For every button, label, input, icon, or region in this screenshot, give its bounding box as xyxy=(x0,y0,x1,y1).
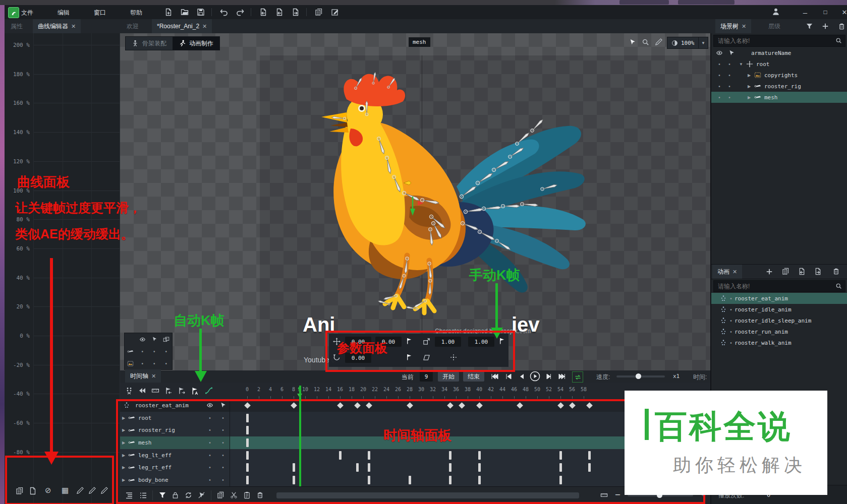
start-frame-button[interactable]: 开始 xyxy=(438,371,459,382)
scene-search-box[interactable] xyxy=(713,35,845,47)
animation-item-rooster_walk_anim[interactable]: •rooster_walk_anim xyxy=(711,337,847,348)
close-icon[interactable]: ✕ xyxy=(742,23,746,30)
import-resource-button[interactable] xyxy=(257,7,270,18)
visibility-column-icon[interactable] xyxy=(139,336,146,343)
select-column-icon[interactable] xyxy=(151,336,157,342)
transform-gizmo[interactable] xyxy=(408,195,433,220)
close-icon[interactable]: ✕ xyxy=(732,269,737,275)
select-dot[interactable]: • xyxy=(724,61,735,67)
prev-key-icon[interactable] xyxy=(504,372,513,381)
scene-filter-icon[interactable] xyxy=(806,23,813,30)
scene-tree-item-mesh[interactable]: ••▶mesh xyxy=(711,92,847,103)
new-file-button[interactable] xyxy=(115,7,128,18)
scene-tree-item-rooster_rig[interactable]: ••▶rooster_rig xyxy=(711,81,847,92)
select-dot[interactable]: • xyxy=(724,95,735,100)
select-icon[interactable] xyxy=(725,49,738,56)
menu-help[interactable]: 帮助 xyxy=(130,9,142,17)
menu-window[interactable]: 窗口 xyxy=(94,9,106,17)
edit-doc-button[interactable] xyxy=(328,7,342,18)
scene-delete-icon[interactable] xyxy=(838,23,845,30)
expander-icon[interactable]: ▼ xyxy=(738,62,745,67)
tab-properties[interactable]: 属性 xyxy=(6,19,28,33)
animation-search-box[interactable] xyxy=(713,280,845,292)
toggle-dot[interactable]: • xyxy=(161,361,171,366)
animation-pose-icon xyxy=(718,317,728,324)
tab-rooster-ani-2[interactable]: *Rooster_Ani_2✕ xyxy=(152,19,212,33)
visibility-dot[interactable]: • xyxy=(714,73,724,78)
scene-tree-item-armatureName[interactable]: armatureName xyxy=(711,47,847,58)
menu-file[interactable]: 文件 xyxy=(21,9,33,17)
mode-rig-button[interactable]: 骨架装配 xyxy=(126,37,173,50)
duplicate-doc-button[interactable] xyxy=(312,7,325,18)
animation-item-rooster_idle_sleep_anim[interactable]: •rooster_idle_sleep_anim xyxy=(711,315,847,326)
account-icon[interactable] xyxy=(771,7,780,16)
delete-animation-button[interactable] xyxy=(832,268,840,275)
canvas-rooster-illustration[interactable] xyxy=(280,66,593,353)
loop-toggle-icon[interactable] xyxy=(572,371,583,383)
expander-icon[interactable]: ▶ xyxy=(746,84,753,89)
play-button[interactable] xyxy=(530,371,540,382)
add-animation-button[interactable] xyxy=(766,268,773,275)
tab-welcome[interactable]: 欢迎 xyxy=(122,19,144,33)
tab-hierarchy[interactable]: 层级 xyxy=(763,19,785,33)
duplicate-animation-button[interactable] xyxy=(782,268,789,275)
menu-edit[interactable]: 编辑 xyxy=(58,9,70,17)
redo-button[interactable] xyxy=(234,7,247,18)
close-window-button[interactable]: ✕ xyxy=(838,7,847,18)
expander-icon[interactable]: ▶ xyxy=(746,95,753,100)
save-button[interactable] xyxy=(194,7,207,18)
toggle-dot[interactable]: • xyxy=(137,361,147,366)
select-dot[interactable]: • xyxy=(724,73,735,78)
scene-tree-item-root[interactable]: ••▼root xyxy=(711,58,847,70)
prev-frame-icon[interactable] xyxy=(518,372,526,381)
playhead-line[interactable] xyxy=(299,386,301,486)
tab-scene-tree[interactable]: 场景树✕ xyxy=(715,19,751,33)
mode-animate-button[interactable]: 动画制作 xyxy=(173,37,219,50)
end-frame-button[interactable]: 结束 xyxy=(463,371,484,382)
close-icon[interactable]: ✕ xyxy=(151,373,156,380)
close-icon[interactable]: ✕ xyxy=(202,23,207,30)
scene-search-input[interactable] xyxy=(714,35,833,46)
toggle-dot[interactable]: • xyxy=(161,349,171,354)
visibility-dot[interactable]: • xyxy=(714,95,724,100)
new-file-button[interactable] xyxy=(162,7,175,18)
toggle-dot[interactable]: • xyxy=(137,349,147,354)
import-project-button[interactable] xyxy=(273,7,286,18)
zoom-dropdown-button[interactable]: ▼ xyxy=(698,37,708,49)
animation-item-rooster_run_anim[interactable]: •rooster_run_anim xyxy=(711,326,847,337)
visibility-icon[interactable] xyxy=(713,49,725,56)
next-frame-icon[interactable] xyxy=(545,372,553,381)
speed-slider[interactable] xyxy=(616,375,665,377)
toggle-dot[interactable]: • xyxy=(149,349,159,354)
animation-item-rooster_idle_anim[interactable]: •rooster_idle_anim xyxy=(711,304,847,315)
animation-search-input[interactable] xyxy=(714,281,833,292)
tab-timeline[interactable]: 时间轴✕ xyxy=(125,369,161,383)
next-key-icon[interactable] xyxy=(558,372,566,381)
animation-item-rooster_eat_anim[interactable]: •rooster_eat_anim xyxy=(711,293,847,304)
skip-first-icon[interactable] xyxy=(491,372,499,381)
export-project-button[interactable] xyxy=(289,7,302,18)
maximize-button[interactable]: □ xyxy=(819,7,832,18)
toggle-dot[interactable]: • xyxy=(149,361,159,366)
frames-column-icon[interactable] xyxy=(163,336,170,343)
zoom-tool-icon[interactable] xyxy=(642,38,649,46)
paint-tool-icon[interactable] xyxy=(655,38,662,46)
undo-button[interactable] xyxy=(217,7,231,18)
speed-slider-thumb[interactable] xyxy=(636,373,641,379)
open-file-button[interactable] xyxy=(178,7,191,18)
minimize-button[interactable]: – xyxy=(799,7,812,18)
tab-curve-editor[interactable]: 曲线编辑器✕ xyxy=(33,19,81,33)
visibility-dot[interactable]: • xyxy=(714,61,724,67)
scene-add-icon[interactable] xyxy=(822,23,829,30)
tab-animation[interactable]: 动画✕ xyxy=(712,265,742,279)
visibility-dot[interactable]: • xyxy=(714,84,724,89)
scene-tree-item-copyrights[interactable]: ••▶copyrights xyxy=(711,70,847,81)
select-dot[interactable]: • xyxy=(724,84,735,89)
expander-icon[interactable]: ▶ xyxy=(746,73,753,78)
current-frame-field[interactable]: 9 xyxy=(420,371,433,382)
export-animation-button[interactable] xyxy=(814,268,822,275)
close-icon[interactable]: ✕ xyxy=(71,23,76,30)
import-animation-button[interactable] xyxy=(798,268,806,275)
zoom-level-chip[interactable]: 100% xyxy=(667,37,699,49)
select-tool-icon[interactable] xyxy=(629,38,636,46)
